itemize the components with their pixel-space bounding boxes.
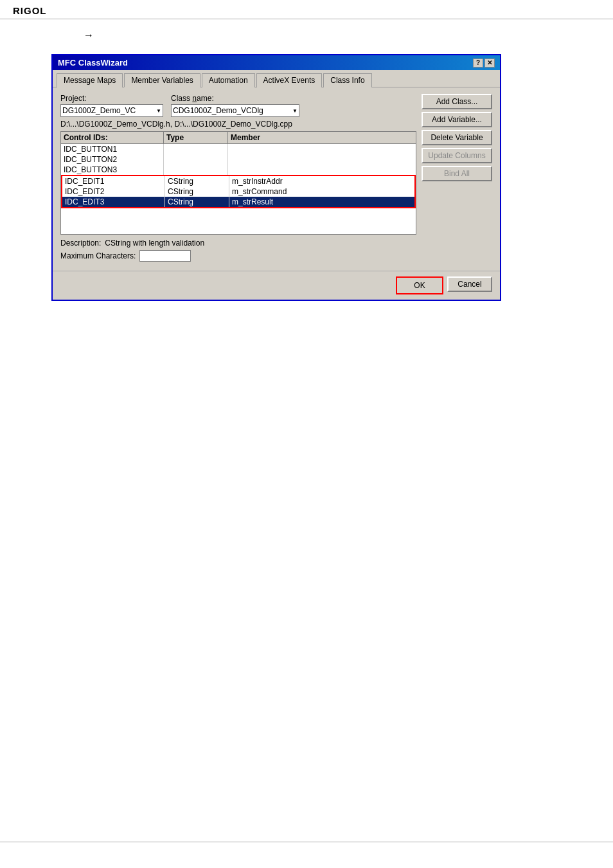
table-row-selected[interactable]: IDC_EDIT3 CString m_strResult bbox=[62, 197, 414, 207]
classname-group: Class name: CDG1000Z_Demo_VCDlg ▼ bbox=[171, 94, 299, 117]
classname-value: CDG1000Z_Demo_VCDlg bbox=[173, 106, 263, 115]
dialog-sidebar: Add Class... Add Variable... Delete Vari… bbox=[422, 94, 492, 264]
table-row[interactable]: IDC_EDIT2 CString m_strCommand bbox=[62, 186, 414, 197]
arrow-indicator: → bbox=[0, 19, 613, 48]
footer-line bbox=[0, 842, 613, 842]
table-body: IDC_BUTTON1 IDC_BUTTON2 IDC_BUTTON3 bbox=[61, 144, 416, 234]
dialog-title: MFC ClassWizard bbox=[58, 58, 128, 68]
ok-button[interactable]: OK bbox=[397, 278, 442, 293]
table-row[interactable]: IDC_BUTTON1 bbox=[61, 144, 416, 154]
table-row[interactable]: IDC_BUTTON3 bbox=[61, 165, 416, 175]
help-button[interactable]: ? bbox=[473, 59, 483, 68]
tab-message-maps[interactable]: Message Maps bbox=[57, 73, 123, 87]
close-button[interactable]: ✕ bbox=[484, 59, 495, 68]
max-chars-label: Maximum Characters: bbox=[60, 251, 136, 260]
cancel-button[interactable]: Cancel bbox=[447, 276, 492, 292]
description-row: Description: CString with length validat… bbox=[60, 239, 416, 248]
dialog-main: Project: DG1000Z_Demo_VC ▼ Class name: C… bbox=[60, 94, 416, 264]
project-label: Project: bbox=[60, 94, 163, 103]
edit-rows-red-outline: IDC_EDIT1 CString m_strInstrAddr IDC_EDI… bbox=[61, 175, 416, 208]
project-value: DG1000Z_Demo_VC bbox=[62, 106, 136, 115]
max-chars-row: Maximum Characters: bbox=[60, 250, 416, 262]
classname-arrow-icon: ▼ bbox=[292, 108, 298, 114]
description-value: CString with length validation bbox=[105, 239, 204, 248]
description-label: Description: bbox=[60, 239, 101, 248]
tab-activex-events[interactable]: ActiveX Events bbox=[256, 73, 323, 87]
table-row[interactable]: IDC_BUTTON2 bbox=[61, 154, 416, 165]
classname-label: Class name: bbox=[171, 94, 299, 103]
project-dropdown[interactable]: DG1000Z_Demo_VC ▼ bbox=[60, 104, 163, 117]
dialog-wrapper: MFC ClassWizard ? ✕ Message Maps Member … bbox=[0, 48, 613, 301]
project-arrow-icon: ▼ bbox=[156, 108, 161, 114]
delete-variable-button[interactable]: Delete Variable bbox=[422, 130, 492, 145]
control-ids-table: Control IDs: Type Member IDC_BUTTON1 bbox=[60, 131, 416, 235]
dialog-content: Project: DG1000Z_Demo_VC ▼ Class name: C… bbox=[60, 94, 492, 264]
classname-dropdown[interactable]: CDG1000Z_Demo_VCDlg ▼ bbox=[171, 104, 299, 117]
tab-class-info[interactable]: Class Info bbox=[323, 73, 371, 87]
tab-bar: Message Maps Member Variables Automation… bbox=[53, 70, 500, 87]
add-variable-button[interactable]: Add Variable... bbox=[422, 112, 492, 127]
col-header-type: Type bbox=[164, 132, 228, 143]
title-bar-buttons: ? ✕ bbox=[473, 59, 495, 68]
mfc-classwizard-dialog: MFC ClassWizard ? ✕ Message Maps Member … bbox=[51, 54, 501, 301]
project-group: Project: DG1000Z_Demo_VC ▼ bbox=[60, 94, 163, 117]
title-bar: MFC ClassWizard ? ✕ bbox=[53, 55, 500, 70]
logo: RIGOL bbox=[13, 5, 47, 16]
add-class-button[interactable]: Add Class... bbox=[422, 94, 492, 109]
max-chars-input[interactable] bbox=[139, 250, 191, 262]
table-header: Control IDs: Type Member bbox=[61, 132, 416, 144]
dialog-footer: OK Cancel bbox=[53, 271, 500, 300]
col-header-id: Control IDs: bbox=[61, 132, 164, 143]
bind-all-button[interactable]: Bind All bbox=[422, 166, 492, 181]
project-classname-row: Project: DG1000Z_Demo_VC ▼ Class name: C… bbox=[60, 94, 416, 117]
table-row[interactable]: IDC_EDIT1 CString m_strInstrAddr bbox=[62, 176, 414, 186]
file-path: D:\...\DG1000Z_Demo_VCDlg.h, D:\...\DG10… bbox=[60, 120, 416, 129]
ok-red-outline: OK bbox=[396, 276, 443, 294]
dialog-body: Project: DG1000Z_Demo_VC ▼ Class name: C… bbox=[53, 87, 500, 271]
header: RIGOL bbox=[0, 0, 613, 19]
description-area: Description: CString with length validat… bbox=[60, 239, 416, 262]
update-columns-button[interactable]: Update Columns bbox=[422, 148, 492, 163]
col-header-member: Member bbox=[228, 132, 416, 143]
tab-automation[interactable]: Automation bbox=[202, 73, 255, 87]
tab-member-variables[interactable]: Member Variables bbox=[124, 73, 200, 87]
